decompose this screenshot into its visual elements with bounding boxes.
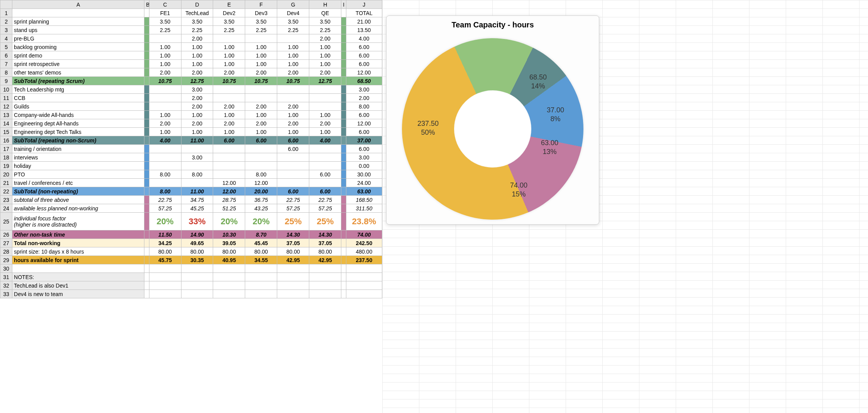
cell[interactable]: 80.00 [213, 247, 245, 256]
table-row[interactable]: 6sprint demo1.001.001.001.001.001.006.00 [0, 51, 382, 60]
cell[interactable] [346, 281, 382, 290]
row-header[interactable]: 14 [0, 119, 12, 128]
cell[interactable] [245, 273, 277, 281]
cell[interactable] [213, 153, 245, 162]
col-header-A[interactable]: A [12, 0, 144, 9]
cell[interactable]: 14.30 [277, 230, 309, 239]
row-header[interactable]: 28 [0, 247, 12, 256]
row-header[interactable]: 4 [0, 34, 12, 43]
cell[interactable]: 1.00 [181, 51, 213, 60]
cell[interactable]: 3.00 [181, 85, 213, 94]
cell[interactable]: 8.00 [149, 170, 181, 179]
cell[interactable]: 2.00 [181, 102, 213, 111]
row-header[interactable]: 23 [0, 196, 12, 204]
cell[interactable]: 34.25 [149, 239, 181, 247]
cell[interactable]: 1.00 [245, 60, 277, 68]
cell[interactable] [213, 170, 245, 179]
cell[interactable] [277, 264, 309, 273]
cell[interactable]: 6.00 [346, 43, 382, 51]
cell[interactable]: 14.90 [181, 230, 213, 239]
cell[interactable] [309, 273, 341, 281]
cell[interactable]: 2.00 [149, 68, 181, 77]
cell[interactable] [213, 145, 245, 153]
cell[interactable]: sprint size: 10 days x 8 hours [12, 247, 144, 256]
cell[interactable]: 80.00 [277, 247, 309, 256]
col-header-I[interactable]: I [341, 0, 346, 9]
cell[interactable]: Dev2 [213, 9, 245, 17]
row-header[interactable]: 2 [0, 17, 12, 26]
table-row[interactable]: 21travel / conferences / etc12.0012.0024… [0, 179, 382, 187]
cell[interactable]: 2.00 [149, 119, 181, 128]
cell[interactable]: 1.00 [181, 60, 213, 68]
cell[interactable]: Guilds [12, 102, 144, 111]
cell[interactable]: 3.00 [181, 153, 213, 162]
table-row[interactable]: 8other teams' demos2.002.002.002.002.002… [0, 68, 382, 77]
cell[interactable]: 6.00 [277, 187, 309, 196]
table-row[interactable]: 28sprint size: 10 days x 8 hours80.0080.… [0, 247, 382, 256]
cell[interactable]: Dev4 [277, 9, 309, 17]
cell[interactable]: 42.95 [309, 256, 341, 264]
cell[interactable]: 14.30 [309, 230, 341, 239]
cell[interactable]: 6.00 [309, 170, 341, 179]
cell[interactable]: 20% [245, 213, 277, 230]
row-header[interactable]: 18 [0, 153, 12, 162]
cell[interactable] [149, 281, 181, 290]
cell[interactable]: 2.00 [277, 119, 309, 128]
cell[interactable]: 37.00 [346, 136, 382, 145]
cell[interactable] [245, 264, 277, 273]
cell[interactable]: 28.75 [213, 196, 245, 204]
cell[interactable]: backlog grooming [12, 43, 144, 51]
cell[interactable]: 80.00 [181, 247, 213, 256]
cell[interactable]: 2.00 [309, 119, 341, 128]
cell[interactable]: 22.75 [309, 196, 341, 204]
cell[interactable] [149, 179, 181, 187]
cell[interactable]: Company-wide All-hands [12, 111, 144, 119]
cell[interactable]: available less planned non-working [12, 204, 144, 213]
cell[interactable]: 6.00 [245, 136, 277, 145]
table-row[interactable]: 3stand ups2.252.252.252.252.252.2513.50 [0, 26, 382, 34]
table-row[interactable]: 7sprint retrospective1.001.001.001.001.0… [0, 60, 382, 68]
table-row[interactable]: 22SubTotal (non-repeating)8.0011.0012.00… [0, 187, 382, 196]
cell[interactable]: 34.55 [245, 256, 277, 264]
cell[interactable] [277, 281, 309, 290]
cell[interactable]: sprint planning [12, 17, 144, 26]
cell[interactable] [245, 85, 277, 94]
cell[interactable]: 0.00 [346, 162, 382, 170]
cell[interactable]: QE [309, 9, 341, 17]
cell[interactable] [309, 153, 341, 162]
col-header-G[interactable]: G [277, 0, 309, 9]
worksheet-grid[interactable]: A B C D E F G H I J 1 FE1 TechLead Dev2 … [0, 0, 382, 298]
cell[interactable]: 30.00 [346, 170, 382, 179]
cell[interactable]: CCB [12, 94, 144, 102]
table-row[interactable]: 26Other non-task time11.5014.9010.308.70… [0, 230, 382, 239]
cell[interactable]: 57.25 [149, 204, 181, 213]
cell[interactable]: 12.75 [309, 77, 341, 85]
cell[interactable]: 12.00 [213, 179, 245, 187]
cell[interactable]: 6.00 [346, 60, 382, 68]
cell[interactable]: 1.00 [213, 111, 245, 119]
cell[interactable] [149, 273, 181, 281]
cell[interactable]: 80.00 [149, 247, 181, 256]
cell[interactable]: 22.75 [277, 196, 309, 204]
cell[interactable]: 2.00 [213, 119, 245, 128]
cell[interactable]: 36.75 [245, 196, 277, 204]
cell[interactable] [277, 179, 309, 187]
cell[interactable] [213, 34, 245, 43]
cell[interactable]: SubTotal (repeating Scrum) [12, 77, 144, 85]
cell[interactable]: 20% [213, 213, 245, 230]
cell[interactable] [309, 85, 341, 94]
cell[interactable]: 1.00 [277, 111, 309, 119]
row-header[interactable]: 5 [0, 43, 12, 51]
cell[interactable]: TechLead [181, 9, 213, 17]
table-row[interactable]: 19holiday0.00 [0, 162, 382, 170]
cell[interactable]: other teams' demos [12, 68, 144, 77]
cell[interactable]: 20.00 [245, 187, 277, 196]
cell[interactable]: SubTotal (non-repeating) [12, 187, 144, 196]
cell[interactable]: Engineering dept Tech Talks [12, 128, 144, 136]
cell[interactable]: 1.00 [149, 128, 181, 136]
cell[interactable]: 43.25 [245, 204, 277, 213]
cell[interactable] [149, 145, 181, 153]
row-header[interactable]: 1 [0, 9, 12, 17]
cell[interactable]: FE1 [149, 9, 181, 17]
cell[interactable]: 37.05 [277, 239, 309, 247]
